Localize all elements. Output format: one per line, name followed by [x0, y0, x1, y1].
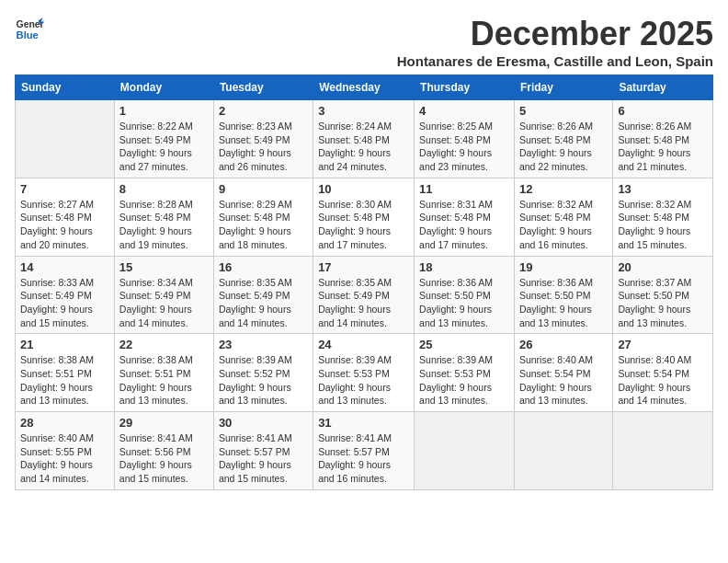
calendar-cell: 3Sunrise: 8:24 AMSunset: 5:48 PMDaylight…	[313, 100, 415, 178]
calendar-week-row: 7Sunrise: 8:27 AMSunset: 5:48 PMDaylight…	[16, 178, 713, 256]
calendar-body: 1Sunrise: 8:22 AMSunset: 5:49 PMDaylight…	[16, 100, 713, 490]
weekday-header-cell: Monday	[114, 75, 213, 100]
day-number: 29	[119, 416, 209, 430]
calendar-cell: 2Sunrise: 8:23 AMSunset: 5:49 PMDaylight…	[213, 100, 313, 178]
day-number: 17	[318, 260, 409, 274]
day-number: 1	[119, 104, 209, 118]
day-info: Sunrise: 8:40 AMSunset: 5:54 PMDaylight:…	[618, 353, 708, 408]
day-info: Sunrise: 8:41 AMSunset: 5:57 PMDaylight:…	[318, 431, 409, 486]
day-info: Sunrise: 8:39 AMSunset: 5:52 PMDaylight:…	[219, 353, 308, 408]
calendar-cell: 15Sunrise: 8:34 AMSunset: 5:49 PMDayligh…	[114, 256, 213, 334]
day-info: Sunrise: 8:39 AMSunset: 5:53 PMDaylight:…	[318, 353, 409, 408]
day-info: Sunrise: 8:29 AMSunset: 5:48 PMDaylight:…	[219, 198, 308, 252]
calendar-cell: 11Sunrise: 8:31 AMSunset: 5:48 PMDayligh…	[415, 178, 515, 256]
day-info: Sunrise: 8:37 AMSunset: 5:50 PMDaylight:…	[618, 276, 708, 330]
day-info: Sunrise: 8:38 AMSunset: 5:51 PMDaylight:…	[20, 353, 109, 408]
calendar-cell: 7Sunrise: 8:27 AMSunset: 5:48 PMDaylight…	[16, 178, 115, 256]
day-info: Sunrise: 8:28 AMSunset: 5:48 PMDaylight:…	[119, 198, 209, 252]
day-number: 21	[20, 338, 109, 351]
day-number: 24	[318, 338, 409, 351]
calendar-cell: 29Sunrise: 8:41 AMSunset: 5:56 PMDayligh…	[114, 412, 213, 490]
header: General Blue December 2025 Hontanares de…	[15, 15, 713, 69]
day-info: Sunrise: 8:32 AMSunset: 5:48 PMDaylight:…	[519, 198, 608, 252]
day-info: Sunrise: 8:41 AMSunset: 5:57 PMDaylight:…	[219, 431, 308, 486]
calendar-cell	[613, 412, 713, 490]
day-number: 15	[119, 260, 209, 274]
day-number: 20	[618, 260, 708, 274]
day-number: 14	[20, 260, 109, 274]
day-number: 9	[219, 182, 308, 196]
logo: General Blue	[15, 15, 44, 44]
calendar-cell: 24Sunrise: 8:39 AMSunset: 5:53 PMDayligh…	[313, 334, 415, 412]
day-number: 4	[419, 104, 509, 118]
day-info: Sunrise: 8:35 AMSunset: 5:49 PMDaylight:…	[318, 276, 409, 330]
day-info: Sunrise: 8:23 AMSunset: 5:49 PMDaylight:…	[219, 120, 308, 174]
weekday-header-cell: Saturday	[613, 75, 713, 100]
calendar-week-row: 14Sunrise: 8:33 AMSunset: 5:49 PMDayligh…	[16, 256, 713, 334]
calendar-cell: 6Sunrise: 8:26 AMSunset: 5:48 PMDaylight…	[613, 100, 713, 178]
calendar-cell: 1Sunrise: 8:22 AMSunset: 5:49 PMDaylight…	[114, 100, 213, 178]
day-info: Sunrise: 8:39 AMSunset: 5:53 PMDaylight:…	[419, 353, 509, 408]
day-info: Sunrise: 8:25 AMSunset: 5:48 PMDaylight:…	[419, 120, 509, 174]
day-number: 7	[20, 182, 109, 196]
calendar-cell: 4Sunrise: 8:25 AMSunset: 5:48 PMDaylight…	[415, 100, 515, 178]
day-info: Sunrise: 8:33 AMSunset: 5:49 PMDaylight:…	[20, 276, 109, 330]
calendar-cell: 18Sunrise: 8:36 AMSunset: 5:50 PMDayligh…	[415, 256, 515, 334]
calendar-cell: 17Sunrise: 8:35 AMSunset: 5:49 PMDayligh…	[313, 256, 415, 334]
calendar-cell: 10Sunrise: 8:30 AMSunset: 5:48 PMDayligh…	[313, 178, 415, 256]
calendar-cell: 21Sunrise: 8:38 AMSunset: 5:51 PMDayligh…	[16, 334, 115, 412]
calendar-cell: 14Sunrise: 8:33 AMSunset: 5:49 PMDayligh…	[16, 256, 115, 334]
calendar-cell	[514, 412, 612, 490]
day-number: 18	[419, 260, 509, 274]
calendar-week-row: 28Sunrise: 8:40 AMSunset: 5:55 PMDayligh…	[16, 412, 713, 490]
calendar-table: SundayMondayTuesdayWednesdayThursdayFrid…	[15, 75, 713, 490]
day-info: Sunrise: 8:31 AMSunset: 5:48 PMDaylight:…	[419, 198, 509, 252]
calendar-cell: 31Sunrise: 8:41 AMSunset: 5:57 PMDayligh…	[313, 412, 415, 490]
day-number: 11	[419, 182, 509, 196]
day-info: Sunrise: 8:26 AMSunset: 5:48 PMDaylight:…	[618, 120, 708, 174]
calendar-cell	[16, 100, 115, 178]
day-info: Sunrise: 8:38 AMSunset: 5:51 PMDaylight:…	[119, 353, 209, 408]
day-number: 22	[119, 338, 209, 351]
day-number: 19	[519, 260, 608, 274]
calendar-week-row: 1Sunrise: 8:22 AMSunset: 5:49 PMDaylight…	[16, 100, 713, 178]
day-info: Sunrise: 8:36 AMSunset: 5:50 PMDaylight:…	[419, 276, 509, 330]
weekday-header-cell: Tuesday	[213, 75, 313, 100]
calendar-cell: 26Sunrise: 8:40 AMSunset: 5:54 PMDayligh…	[514, 334, 612, 412]
calendar-cell	[415, 412, 515, 490]
day-number: 25	[419, 338, 509, 351]
calendar-week-row: 21Sunrise: 8:38 AMSunset: 5:51 PMDayligh…	[16, 334, 713, 412]
day-number: 23	[219, 338, 308, 351]
calendar-cell: 27Sunrise: 8:40 AMSunset: 5:54 PMDayligh…	[613, 334, 713, 412]
month-title: December 2025	[397, 15, 713, 53]
day-number: 8	[119, 182, 209, 196]
calendar-cell: 16Sunrise: 8:35 AMSunset: 5:49 PMDayligh…	[213, 256, 313, 334]
day-number: 10	[318, 182, 409, 196]
day-number: 3	[318, 104, 409, 118]
svg-text:Blue: Blue	[17, 29, 39, 40]
day-info: Sunrise: 8:41 AMSunset: 5:56 PMDaylight:…	[119, 431, 209, 486]
day-info: Sunrise: 8:30 AMSunset: 5:48 PMDaylight:…	[318, 198, 409, 252]
day-info: Sunrise: 8:40 AMSunset: 5:54 PMDaylight:…	[519, 353, 608, 408]
calendar-cell: 8Sunrise: 8:28 AMSunset: 5:48 PMDaylight…	[114, 178, 213, 256]
day-number: 2	[219, 104, 308, 118]
calendar-cell: 23Sunrise: 8:39 AMSunset: 5:52 PMDayligh…	[213, 334, 313, 412]
logo-icon: General Blue	[15, 15, 44, 44]
calendar-cell: 30Sunrise: 8:41 AMSunset: 5:57 PMDayligh…	[213, 412, 313, 490]
day-number: 26	[519, 338, 608, 351]
day-info: Sunrise: 8:22 AMSunset: 5:49 PMDaylight:…	[119, 120, 209, 174]
day-number: 31	[318, 416, 409, 430]
weekday-header-cell: Friday	[514, 75, 612, 100]
day-info: Sunrise: 8:36 AMSunset: 5:50 PMDaylight:…	[519, 276, 608, 330]
day-info: Sunrise: 8:24 AMSunset: 5:48 PMDaylight:…	[318, 120, 409, 174]
day-number: 28	[20, 416, 109, 430]
day-info: Sunrise: 8:34 AMSunset: 5:49 PMDaylight:…	[119, 276, 209, 330]
day-number: 13	[618, 182, 708, 196]
weekday-header-cell: Thursday	[415, 75, 515, 100]
day-number: 27	[618, 338, 708, 351]
day-info: Sunrise: 8:27 AMSunset: 5:48 PMDaylight:…	[20, 198, 109, 252]
day-info: Sunrise: 8:40 AMSunset: 5:55 PMDaylight:…	[20, 431, 109, 486]
calendar-cell: 12Sunrise: 8:32 AMSunset: 5:48 PMDayligh…	[514, 178, 612, 256]
location: Hontanares de Eresma, Castille and Leon,…	[397, 53, 713, 69]
calendar-cell: 9Sunrise: 8:29 AMSunset: 5:48 PMDaylight…	[213, 178, 313, 256]
